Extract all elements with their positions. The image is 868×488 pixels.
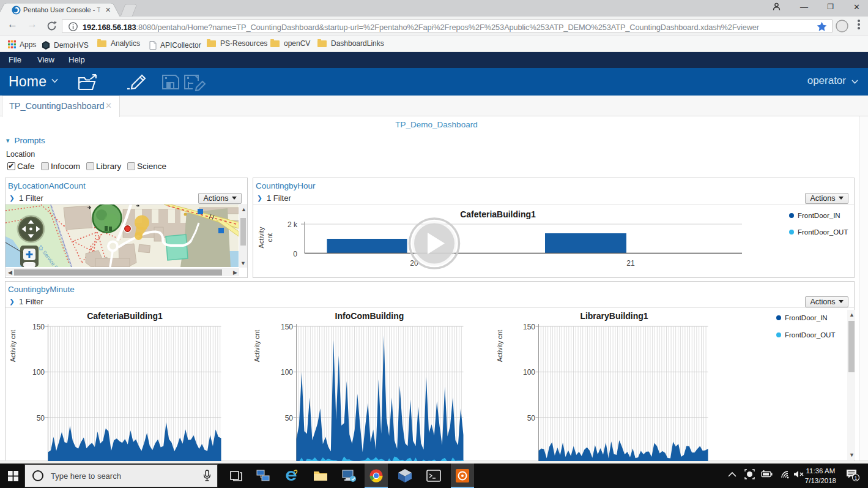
svg-text:Activity cnt: Activity cnt [496,330,503,362]
svg-text:Activity cnt: Activity cnt [253,330,261,362]
svg-text:21: 21 [626,259,635,268]
svg-text:Activity cnt: Activity cnt [9,330,17,362]
svg-text:cnt: cnt [266,233,273,242]
svg-text:Activity: Activity [258,227,265,248]
svg-text:1: 1 [854,475,857,481]
